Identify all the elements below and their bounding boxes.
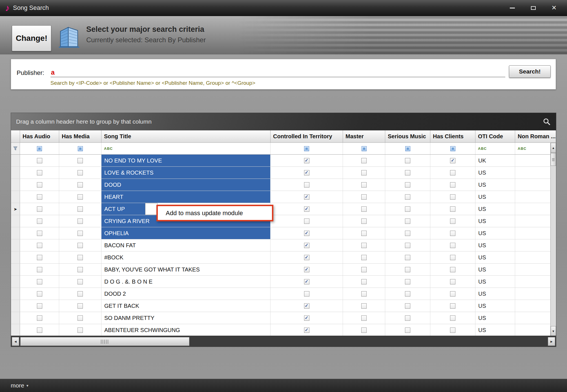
has-media-checkbox[interactable] [77, 315, 83, 321]
controlled-in-territory-checkbox[interactable]: ✓ [304, 170, 309, 175]
vertical-scrollbar[interactable]: ▲ ▼ [550, 143, 556, 336]
scroll-down-button[interactable]: ▼ [551, 326, 556, 336]
has-audio-checkbox[interactable] [37, 291, 42, 297]
master-checkbox[interactable] [361, 328, 367, 333]
controlled-in-territory-checkbox[interactable]: ✓ [304, 194, 309, 200]
song-title-cell[interactable]: BACON FAT [101, 239, 271, 251]
search-button[interactable]: Search! [509, 65, 551, 78]
controlled-in-territory-checkbox[interactable]: ✓ [304, 279, 309, 284]
has-media-checkbox[interactable] [77, 303, 83, 309]
table-row[interactable]: GET IT BACK✓US [11, 300, 556, 312]
scroll-left-button[interactable]: ◄ [12, 337, 19, 346]
has-clients-checkbox[interactable] [450, 243, 455, 248]
song-title-cell[interactable]: #BOCK [101, 251, 271, 263]
has-audio-checkbox[interactable] [37, 206, 42, 212]
serious-music-checkbox[interactable] [405, 328, 410, 333]
master-checkbox[interactable] [361, 158, 367, 163]
controlled-in-territory-checkbox[interactable] [304, 291, 309, 297]
controlled-in-territory-checkbox[interactable]: ✓ [304, 231, 309, 236]
column-header-master[interactable]: Master [343, 130, 385, 143]
master-checkbox[interactable] [361, 170, 367, 175]
controlled-in-territory-checkbox[interactable]: ✓ [304, 303, 309, 309]
controlled-in-territory-checkbox[interactable] [304, 219, 309, 224]
table-row[interactable]: OPHELIA✓US [11, 227, 556, 239]
publisher-input[interactable]: a [50, 66, 505, 77]
serious-music-checkbox[interactable] [405, 206, 410, 212]
song-title-cell[interactable]: SO DANM PRETTY [101, 312, 271, 324]
has-clients-checkbox[interactable] [450, 328, 455, 333]
song-title-cell[interactable]: D O G . &. B O N E [101, 276, 271, 288]
has-clients-checkbox[interactable]: ✓ [450, 158, 455, 163]
has-audio-checkbox[interactable] [37, 182, 42, 188]
has-audio-checkbox[interactable] [37, 328, 42, 333]
master-checkbox[interactable] [361, 291, 367, 297]
master-checkbox[interactable] [361, 231, 367, 236]
serious-music-checkbox[interactable] [405, 315, 410, 321]
has-clients-checkbox[interactable] [450, 194, 455, 200]
has-audio-checkbox[interactable] [37, 170, 42, 175]
controlled-in-territory-checkbox[interactable]: ✓ [304, 255, 309, 260]
has-audio-checkbox[interactable] [37, 279, 42, 284]
has-audio-checkbox[interactable] [37, 255, 42, 260]
filter-cell-master[interactable] [343, 143, 385, 154]
master-checkbox[interactable] [361, 255, 367, 260]
controlled-in-territory-checkbox[interactable]: ✓ [304, 158, 309, 163]
has-clients-checkbox[interactable] [450, 170, 455, 175]
has-audio-checkbox[interactable] [37, 315, 42, 321]
filter-cell-oti-code[interactable]: ABC [475, 143, 515, 154]
vertical-scroll-thumb[interactable] [551, 153, 556, 166]
column-header-serious-music[interactable]: Serious Music [385, 130, 430, 143]
has-media-checkbox[interactable] [77, 194, 83, 200]
filter-cell-has-media[interactable] [59, 143, 101, 154]
song-title-cell[interactable]: ABENTEUER SCHWINGUNG [101, 324, 271, 336]
table-row[interactable]: ➤ACT UP✓US [11, 203, 556, 215]
song-title-selection[interactable]: ACT UP [101, 203, 145, 215]
master-checkbox[interactable] [361, 267, 367, 272]
table-row[interactable]: DOODUS [11, 179, 556, 191]
has-media-checkbox[interactable] [77, 255, 83, 260]
has-media-checkbox[interactable] [77, 267, 83, 272]
column-header-non-roman[interactable]: Non Roman ... [515, 130, 556, 143]
has-audio-checkbox[interactable] [37, 267, 42, 272]
serious-music-checkbox[interactable] [405, 291, 410, 297]
master-checkbox[interactable] [361, 219, 367, 224]
has-clients-checkbox[interactable] [450, 279, 455, 284]
serious-music-checkbox[interactable] [405, 267, 410, 272]
filter-gutter[interactable] [11, 143, 20, 154]
table-row[interactable]: BABY, YOU'VE GOT WHAT IT TAKES✓US [11, 264, 556, 276]
table-row[interactable]: BACON FAT✓US [11, 239, 556, 251]
has-audio-checkbox[interactable] [37, 231, 42, 236]
column-header-has-clients[interactable]: Has Clients [430, 130, 475, 143]
master-checkbox[interactable] [361, 243, 367, 248]
has-clients-checkbox[interactable] [450, 303, 455, 309]
master-checkbox[interactable] [361, 182, 367, 188]
column-header-has-audio[interactable]: Has Audio [20, 130, 59, 143]
has-media-checkbox[interactable] [77, 182, 83, 188]
master-checkbox[interactable] [361, 315, 367, 321]
table-row[interactable]: NO END TO MY LOVE✓✓UK [11, 155, 556, 167]
group-by-bar[interactable]: Drag a column header here to group by th… [11, 113, 556, 130]
song-title-cell[interactable]: NO END TO MY LOVE [101, 155, 271, 166]
grid-search-icon[interactable] [542, 117, 551, 126]
master-checkbox[interactable] [361, 206, 367, 212]
column-header-has-media[interactable]: Has Media [59, 130, 101, 143]
has-media-checkbox[interactable] [77, 158, 83, 163]
inline-editor[interactable] [145, 203, 158, 215]
serious-music-checkbox[interactable] [405, 255, 410, 260]
master-checkbox[interactable] [361, 303, 367, 309]
table-row[interactable]: ABENTEUER SCHWINGUNG✓US [11, 324, 556, 336]
horizontal-scrollbar[interactable]: ◄ ► [11, 336, 556, 347]
controlled-in-territory-checkbox[interactable]: ✓ [304, 328, 309, 333]
context-menu-add-to-mass-update[interactable]: Add to mass update module [156, 205, 273, 221]
has-media-checkbox[interactable] [77, 219, 83, 224]
has-media-checkbox[interactable] [77, 231, 83, 236]
has-media-checkbox[interactable] [77, 328, 83, 333]
serious-music-checkbox[interactable] [405, 182, 410, 188]
serious-music-checkbox[interactable] [405, 303, 410, 309]
serious-music-checkbox[interactable] [405, 194, 410, 200]
has-media-checkbox[interactable] [77, 206, 83, 212]
has-clients-checkbox[interactable] [450, 315, 455, 321]
serious-music-checkbox[interactable] [405, 170, 410, 175]
song-title-cell[interactable]: DOOD 2 [101, 288, 271, 300]
table-row[interactable]: D O G . &. B O N E✓US [11, 276, 556, 288]
